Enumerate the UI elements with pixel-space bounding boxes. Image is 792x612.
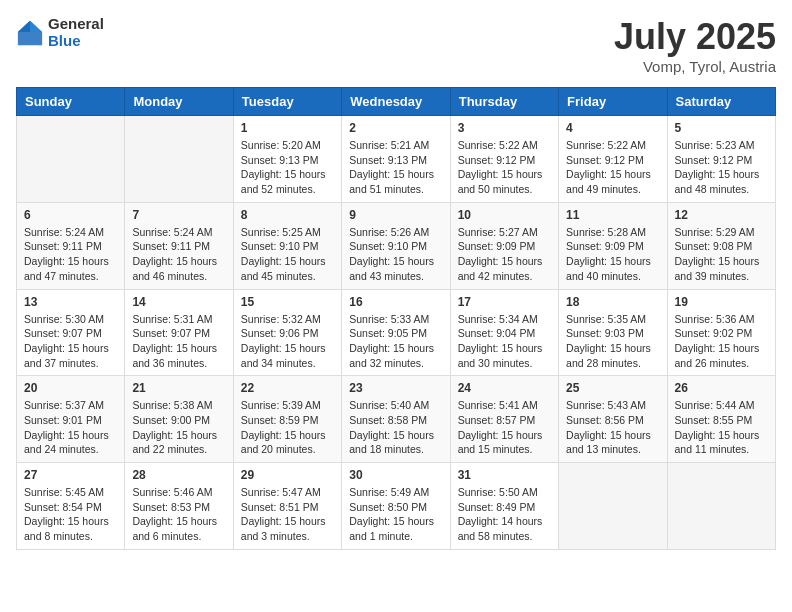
column-header-thursday: Thursday — [450, 88, 558, 116]
day-cell — [559, 463, 667, 550]
day-cell: 3Sunrise: 5:22 AM Sunset: 9:12 PM Daylig… — [450, 116, 558, 203]
calendar-body: 1Sunrise: 5:20 AM Sunset: 9:13 PM Daylig… — [17, 116, 776, 550]
day-cell: 28Sunrise: 5:46 AM Sunset: 8:53 PM Dayli… — [125, 463, 233, 550]
week-row-5: 27Sunrise: 5:45 AM Sunset: 8:54 PM Dayli… — [17, 463, 776, 550]
week-row-1: 1Sunrise: 5:20 AM Sunset: 9:13 PM Daylig… — [17, 116, 776, 203]
day-number: 7 — [132, 208, 225, 222]
day-cell: 6Sunrise: 5:24 AM Sunset: 9:11 PM Daylig… — [17, 202, 125, 289]
day-info: Sunrise: 5:20 AM Sunset: 9:13 PM Dayligh… — [241, 138, 334, 197]
week-row-3: 13Sunrise: 5:30 AM Sunset: 9:07 PM Dayli… — [17, 289, 776, 376]
column-header-monday: Monday — [125, 88, 233, 116]
day-info: Sunrise: 5:29 AM Sunset: 9:08 PM Dayligh… — [675, 225, 768, 284]
logo: General Blue — [16, 16, 104, 49]
title-block: July 2025 Vomp, Tyrol, Austria — [614, 16, 776, 75]
header-row: SundayMondayTuesdayWednesdayThursdayFrid… — [17, 88, 776, 116]
day-cell: 10Sunrise: 5:27 AM Sunset: 9:09 PM Dayli… — [450, 202, 558, 289]
day-info: Sunrise: 5:26 AM Sunset: 9:10 PM Dayligh… — [349, 225, 442, 284]
day-info: Sunrise: 5:27 AM Sunset: 9:09 PM Dayligh… — [458, 225, 551, 284]
day-number: 30 — [349, 468, 442, 482]
day-cell: 18Sunrise: 5:35 AM Sunset: 9:03 PM Dayli… — [559, 289, 667, 376]
day-cell: 23Sunrise: 5:40 AM Sunset: 8:58 PM Dayli… — [342, 376, 450, 463]
day-info: Sunrise: 5:44 AM Sunset: 8:55 PM Dayligh… — [675, 398, 768, 457]
day-cell: 25Sunrise: 5:43 AM Sunset: 8:56 PM Dayli… — [559, 376, 667, 463]
day-info: Sunrise: 5:46 AM Sunset: 8:53 PM Dayligh… — [132, 485, 225, 544]
day-info: Sunrise: 5:30 AM Sunset: 9:07 PM Dayligh… — [24, 312, 117, 371]
day-cell: 31Sunrise: 5:50 AM Sunset: 8:49 PM Dayli… — [450, 463, 558, 550]
day-cell — [667, 463, 775, 550]
day-info: Sunrise: 5:28 AM Sunset: 9:09 PM Dayligh… — [566, 225, 659, 284]
day-info: Sunrise: 5:41 AM Sunset: 8:57 PM Dayligh… — [458, 398, 551, 457]
day-number: 12 — [675, 208, 768, 222]
day-info: Sunrise: 5:36 AM Sunset: 9:02 PM Dayligh… — [675, 312, 768, 371]
location: Vomp, Tyrol, Austria — [614, 58, 776, 75]
svg-marker-2 — [18, 20, 30, 31]
week-row-4: 20Sunrise: 5:37 AM Sunset: 9:01 PM Dayli… — [17, 376, 776, 463]
day-number: 8 — [241, 208, 334, 222]
day-cell: 7Sunrise: 5:24 AM Sunset: 9:11 PM Daylig… — [125, 202, 233, 289]
day-cell: 14Sunrise: 5:31 AM Sunset: 9:07 PM Dayli… — [125, 289, 233, 376]
logo-blue-text: Blue — [48, 33, 104, 50]
day-number: 29 — [241, 468, 334, 482]
day-number: 26 — [675, 381, 768, 395]
day-number: 21 — [132, 381, 225, 395]
day-cell: 12Sunrise: 5:29 AM Sunset: 9:08 PM Dayli… — [667, 202, 775, 289]
day-number: 22 — [241, 381, 334, 395]
day-info: Sunrise: 5:45 AM Sunset: 8:54 PM Dayligh… — [24, 485, 117, 544]
calendar-header: SundayMondayTuesdayWednesdayThursdayFrid… — [17, 88, 776, 116]
day-cell: 4Sunrise: 5:22 AM Sunset: 9:12 PM Daylig… — [559, 116, 667, 203]
day-info: Sunrise: 5:43 AM Sunset: 8:56 PM Dayligh… — [566, 398, 659, 457]
day-number: 10 — [458, 208, 551, 222]
day-number: 9 — [349, 208, 442, 222]
day-info: Sunrise: 5:50 AM Sunset: 8:49 PM Dayligh… — [458, 485, 551, 544]
day-number: 27 — [24, 468, 117, 482]
day-cell — [17, 116, 125, 203]
day-number: 18 — [566, 295, 659, 309]
day-number: 13 — [24, 295, 117, 309]
day-info: Sunrise: 5:33 AM Sunset: 9:05 PM Dayligh… — [349, 312, 442, 371]
column-header-wednesday: Wednesday — [342, 88, 450, 116]
day-cell: 9Sunrise: 5:26 AM Sunset: 9:10 PM Daylig… — [342, 202, 450, 289]
column-header-tuesday: Tuesday — [233, 88, 341, 116]
day-number: 15 — [241, 295, 334, 309]
day-number: 6 — [24, 208, 117, 222]
day-info: Sunrise: 5:47 AM Sunset: 8:51 PM Dayligh… — [241, 485, 334, 544]
week-row-2: 6Sunrise: 5:24 AM Sunset: 9:11 PM Daylig… — [17, 202, 776, 289]
day-number: 19 — [675, 295, 768, 309]
day-cell: 20Sunrise: 5:37 AM Sunset: 9:01 PM Dayli… — [17, 376, 125, 463]
day-cell: 8Sunrise: 5:25 AM Sunset: 9:10 PM Daylig… — [233, 202, 341, 289]
day-number: 16 — [349, 295, 442, 309]
column-header-friday: Friday — [559, 88, 667, 116]
day-info: Sunrise: 5:24 AM Sunset: 9:11 PM Dayligh… — [132, 225, 225, 284]
day-cell: 26Sunrise: 5:44 AM Sunset: 8:55 PM Dayli… — [667, 376, 775, 463]
day-info: Sunrise: 5:40 AM Sunset: 8:58 PM Dayligh… — [349, 398, 442, 457]
day-info: Sunrise: 5:34 AM Sunset: 9:04 PM Dayligh… — [458, 312, 551, 371]
day-info: Sunrise: 5:39 AM Sunset: 8:59 PM Dayligh… — [241, 398, 334, 457]
day-number: 1 — [241, 121, 334, 135]
day-info: Sunrise: 5:23 AM Sunset: 9:12 PM Dayligh… — [675, 138, 768, 197]
logo-icon — [16, 19, 44, 47]
svg-marker-1 — [30, 20, 42, 31]
month-title: July 2025 — [614, 16, 776, 58]
day-number: 20 — [24, 381, 117, 395]
day-info: Sunrise: 5:49 AM Sunset: 8:50 PM Dayligh… — [349, 485, 442, 544]
day-info: Sunrise: 5:22 AM Sunset: 9:12 PM Dayligh… — [458, 138, 551, 197]
page-header: General Blue July 2025 Vomp, Tyrol, Aust… — [16, 16, 776, 75]
day-cell: 22Sunrise: 5:39 AM Sunset: 8:59 PM Dayli… — [233, 376, 341, 463]
calendar-table: SundayMondayTuesdayWednesdayThursdayFrid… — [16, 87, 776, 550]
day-info: Sunrise: 5:24 AM Sunset: 9:11 PM Dayligh… — [24, 225, 117, 284]
column-header-saturday: Saturday — [667, 88, 775, 116]
day-cell: 19Sunrise: 5:36 AM Sunset: 9:02 PM Dayli… — [667, 289, 775, 376]
day-cell: 29Sunrise: 5:47 AM Sunset: 8:51 PM Dayli… — [233, 463, 341, 550]
day-cell: 21Sunrise: 5:38 AM Sunset: 9:00 PM Dayli… — [125, 376, 233, 463]
day-cell: 1Sunrise: 5:20 AM Sunset: 9:13 PM Daylig… — [233, 116, 341, 203]
day-info: Sunrise: 5:25 AM Sunset: 9:10 PM Dayligh… — [241, 225, 334, 284]
day-cell: 30Sunrise: 5:49 AM Sunset: 8:50 PM Dayli… — [342, 463, 450, 550]
day-number: 23 — [349, 381, 442, 395]
logo-general-text: General — [48, 16, 104, 33]
day-cell — [125, 116, 233, 203]
logo-text: General Blue — [48, 16, 104, 49]
day-number: 31 — [458, 468, 551, 482]
column-header-sunday: Sunday — [17, 88, 125, 116]
day-info: Sunrise: 5:37 AM Sunset: 9:01 PM Dayligh… — [24, 398, 117, 457]
day-number: 5 — [675, 121, 768, 135]
